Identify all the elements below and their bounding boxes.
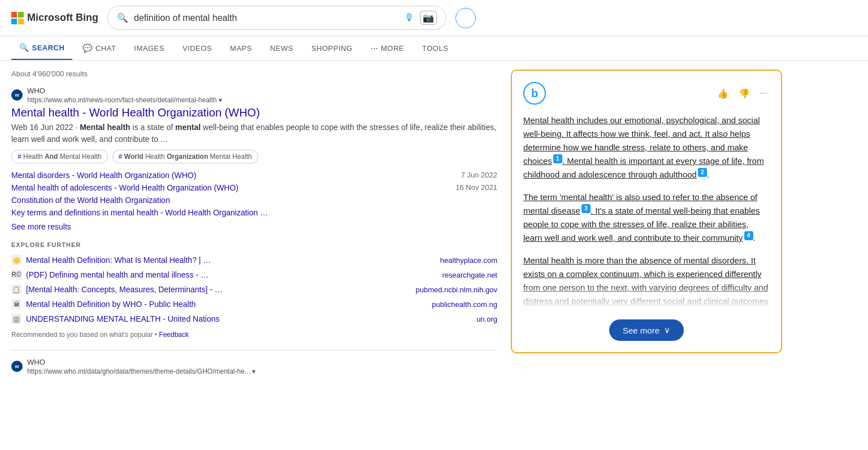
- snippet-bold1: Mental health: [80, 123, 130, 132]
- explore-thumb-2: R©: [11, 270, 21, 280]
- logo-area: Microsoft Bing: [11, 12, 98, 24]
- logo-sq2: [18, 12, 24, 18]
- nav-item-images[interactable]: IMAGES: [126, 37, 172, 59]
- logo-sq4: [18, 19, 24, 24]
- snippet-bold2: mental: [175, 123, 201, 132]
- explore-domain-3[interactable]: pubmed.ncbi.nlm.nih.gov: [407, 285, 497, 294]
- microphone-icon[interactable]: 🎙: [404, 12, 414, 24]
- header: Microsoft Bing 🔍 🎙 📷: [0, 0, 868, 36]
- see-more-results-link[interactable]: See more results: [11, 222, 71, 231]
- nav-item-chat[interactable]: 💬 CHAT: [75, 37, 124, 59]
- sub-date-2: 16 Nov 2021: [455, 183, 497, 192]
- chat-nav-icon: 💬: [83, 44, 93, 53]
- tag-1[interactable]: # Health And Mental Health: [11, 150, 108, 163]
- explore-item-4: 🏛 Mental Health Definition by WHO - Publ…: [11, 297, 497, 311]
- sub-link-2[interactable]: Mental health of adolescents - World Hea…: [11, 183, 238, 192]
- left-column: About 4'960'000 results W WHO https://ww…: [11, 70, 497, 378]
- more-options-button[interactable]: ···: [758, 86, 770, 101]
- citation-2[interactable]: 2: [698, 168, 707, 177]
- search-icon: 🔍: [117, 12, 128, 23]
- sub-link-3[interactable]: Constitution of the World Health Organiz…: [11, 196, 170, 205]
- microsoft-logo: [11, 12, 24, 24]
- explore-note: Recommended to you based on what's popul…: [11, 331, 497, 339]
- result-snippet: Web 16 Jun 2022 · Mental health is a sta…: [11, 122, 497, 145]
- nav-item-search[interactable]: 🔍 SEARCH: [11, 36, 72, 60]
- source-url[interactable]: https://www.who.int/news-room/fact-sheet…: [27, 96, 222, 104]
- logo-sq1: [11, 12, 17, 18]
- explore-domain-5[interactable]: un.org: [407, 315, 497, 323]
- explore-link-2[interactable]: (PDF) Defining mental health and mental …: [26, 270, 209, 279]
- sub-links: Mental disorders - World Health Organiza…: [11, 169, 497, 219]
- results-count: About 4'960'000 results: [11, 70, 497, 78]
- thumbs-down-button[interactable]: 👎: [736, 86, 752, 101]
- who-favicon: W: [11, 89, 23, 101]
- panel-body: Mental health includes our emotional, ps…: [523, 114, 770, 310]
- more-icon: ⋯: [371, 44, 379, 53]
- bing-answer-panel: b 👍 👎 ··· Mental health includes our emo…: [511, 70, 782, 353]
- explore-item-1: 🟡 Mental Health Definition: What Is Ment…: [11, 253, 497, 267]
- panel-para-2: The term 'mental health' is also used to…: [523, 191, 770, 245]
- explore-thumb-5: 🏢: [11, 314, 21, 324]
- search-nav-icon: 🔍: [19, 43, 29, 52]
- explore-domain-1[interactable]: healthyplace.com: [407, 256, 497, 265]
- fade-overlay: [523, 282, 770, 310]
- result-title[interactable]: Mental health - World Health Organizatio…: [11, 106, 497, 119]
- nav-item-tools[interactable]: TOOLS: [414, 37, 456, 59]
- citation-3[interactable]: 3: [581, 204, 591, 213]
- explore-title: EXPLORE FURTHER: [11, 241, 497, 248]
- explore-domain-2[interactable]: researchgate.net: [407, 271, 497, 279]
- explore-thumb-4: 🏛: [11, 299, 21, 309]
- second-result-card: W WHO https://www.who.int/data/gho/data/…: [11, 350, 497, 375]
- sub-date-1: 7 Jun 2022: [461, 171, 497, 180]
- camera-icon[interactable]: 📷: [420, 11, 437, 25]
- explore-link-5[interactable]: UNDERSTANDING MENTAL HEALTH - United Nat…: [26, 314, 220, 323]
- thumbs-up-button[interactable]: 👍: [715, 86, 731, 101]
- divider: [11, 350, 497, 351]
- citation-1[interactable]: 1: [553, 154, 562, 163]
- second-source-url[interactable]: https://www.who.int/data/gho/data/themes…: [27, 367, 255, 375]
- nav-bar: 🔍 SEARCH 💬 CHAT IMAGES VIDEOS MAPS NEWS …: [0, 36, 868, 60]
- see-more-button[interactable]: See more ∨: [609, 319, 684, 341]
- sub-link-4[interactable]: Key terms and definitions in mental heal…: [11, 208, 268, 217]
- panel-header: b 👍 👎 ···: [523, 82, 770, 105]
- explore-link-3[interactable]: [Mental Health: Concepts, Measures, Dete…: [26, 285, 223, 294]
- explore-domain-4[interactable]: publichealth.com.ng: [407, 300, 497, 309]
- panel-bing-icon: b: [523, 82, 546, 105]
- nav-item-videos[interactable]: VIDEOS: [175, 37, 220, 59]
- logo-sq3: [11, 19, 17, 24]
- search-icons: 🎙 📷: [404, 11, 437, 25]
- search-bar[interactable]: 🔍 🎙 📷: [107, 6, 446, 30]
- explore-link-1[interactable]: Mental Health Definition: What Is Mental…: [26, 256, 211, 265]
- chevron-down-icon: ∨: [664, 325, 670, 335]
- nav-item-news[interactable]: NEWS: [262, 37, 301, 59]
- snippet-date-prefix: Web 16 Jun 2022 ·: [11, 123, 80, 132]
- second-source-name: WHO: [27, 358, 45, 366]
- nav-item-shopping[interactable]: SHOPPING: [303, 37, 361, 59]
- main-content: About 4'960'000 results W WHO https://ww…: [0, 60, 868, 387]
- explore-link-4[interactable]: Mental Health Definition by WHO - Public…: [26, 300, 196, 309]
- explore-thumb-3: 📋: [11, 284, 21, 295]
- result-tags: # Health And Mental Health # World Healt…: [11, 150, 497, 163]
- explore-item-2: R© (PDF) Defining mental health and ment…: [11, 267, 497, 282]
- sub-link-row-1: Mental disorders - World Health Organiza…: [11, 169, 497, 181]
- nav-item-more[interactable]: ⋯ MORE: [363, 37, 413, 59]
- nav-item-maps[interactable]: MAPS: [222, 37, 260, 59]
- right-panel: b 👍 👎 ··· Mental health includes our emo…: [511, 70, 782, 378]
- explore-item-3: 📋 [Mental Health: Concepts, Measures, De…: [11, 282, 497, 297]
- bing-chat-icon[interactable]: [455, 8, 476, 28]
- sub-link-1[interactable]: Mental disorders - World Health Organiza…: [11, 171, 196, 180]
- who-favicon-2: W: [11, 361, 23, 372]
- second-result-source: W WHO https://www.who.int/data/gho/data/…: [11, 357, 497, 375]
- citation-4[interactable]: 4: [744, 231, 753, 240]
- explore-item-5: 🏢 UNDERSTANDING MENTAL HEALTH - United N…: [11, 311, 497, 326]
- search-input[interactable]: [134, 13, 398, 23]
- explore-further-section: EXPLORE FURTHER 🟡 Mental Health Definiti…: [11, 241, 497, 339]
- panel-para-3: Mental health is more than the absence o…: [523, 254, 770, 310]
- panel-para-1: Mental health includes our emotional, ps…: [523, 114, 770, 181]
- feedback-link[interactable]: Feedback: [159, 331, 189, 339]
- sub-link-row-4: Key terms and definitions in mental heal…: [11, 206, 497, 219]
- sub-link-row-3: Constitution of the World Health Organiz…: [11, 194, 497, 206]
- sub-link-row-2: Mental health of adolescents - World Hea…: [11, 181, 497, 194]
- tag-2[interactable]: # World Health Organization Mental Healt…: [112, 150, 258, 163]
- source-name: WHO: [27, 86, 45, 95]
